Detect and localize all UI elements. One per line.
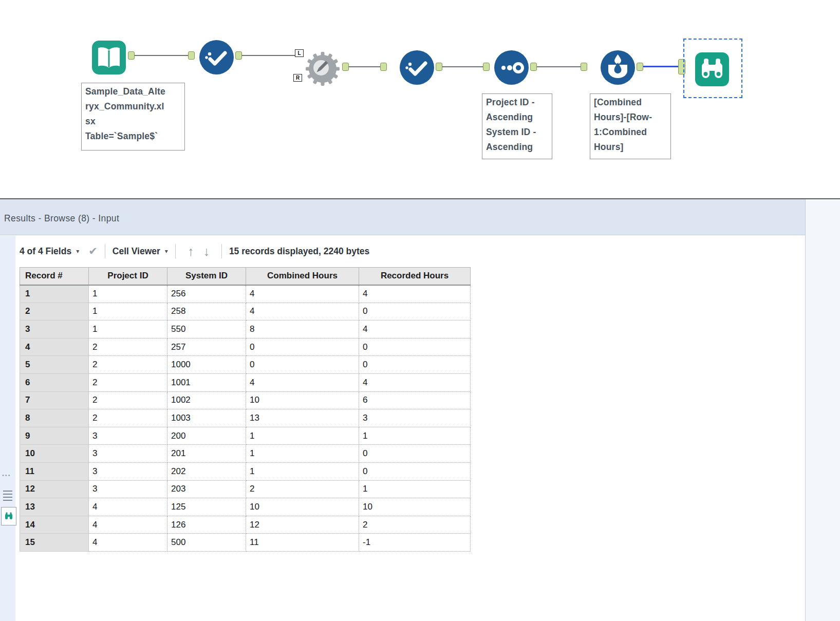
data-cell[interactable]: 126 (167, 516, 246, 534)
list-icon[interactable] (3, 490, 13, 503)
output-anchor[interactable] (235, 51, 242, 60)
data-cell[interactable]: 10 (246, 498, 359, 516)
cell-viewer-dropdown[interactable]: Cell Viewer (113, 246, 160, 257)
chevron-down-icon[interactable]: ▾ (76, 248, 79, 255)
tool-join[interactable] (304, 50, 341, 89)
record-number-cell[interactable]: 10 (20, 445, 89, 463)
column-header-project-id[interactable]: Project ID (89, 268, 167, 285)
data-cell[interactable]: 8 (246, 321, 359, 338)
data-cell[interactable]: 0 (246, 338, 359, 356)
connection-input-to-check1[interactable] (135, 55, 188, 56)
record-number-cell[interactable]: 2 (20, 303, 89, 321)
output-anchor[interactable] (342, 63, 349, 71)
tool-sort[interactable] (494, 50, 529, 87)
record-number-cell[interactable]: 7 (20, 391, 89, 409)
tool-check-1[interactable] (199, 40, 234, 77)
chevron-down-icon[interactable]: ▾ (165, 248, 168, 255)
output-anchor[interactable] (436, 63, 442, 71)
record-number-cell[interactable]: 1 (20, 285, 89, 303)
data-cell[interactable]: 0 (359, 303, 471, 321)
output-anchor[interactable] (637, 63, 643, 71)
data-cell[interactable]: 2 (359, 516, 471, 534)
record-number-cell[interactable]: 12 (20, 480, 89, 498)
arrow-up-icon[interactable]: ↑ (188, 244, 194, 259)
data-cell[interactable]: -1 (359, 534, 471, 552)
data-cell[interactable]: 13 (246, 409, 359, 427)
data-cell[interactable]: 1003 (167, 409, 246, 427)
arrow-down-icon[interactable]: ↓ (203, 244, 210, 259)
connection-sort-to-multirow[interactable] (537, 66, 581, 67)
data-cell[interactable]: 258 (167, 303, 246, 321)
data-cell[interactable]: 203 (167, 480, 246, 498)
data-cell[interactable]: 4 (89, 534, 167, 552)
data-cell[interactable]: 4 (89, 498, 167, 516)
data-cell[interactable]: 10 (359, 498, 471, 516)
connection-join-to-check2[interactable] (349, 66, 381, 67)
data-cell[interactable]: 4 (359, 373, 471, 391)
data-cell[interactable]: 4 (89, 516, 167, 534)
overflow-dots-icon[interactable]: ••• (2, 472, 11, 478)
record-number-cell[interactable]: 14 (20, 516, 89, 534)
input-anchor[interactable] (483, 63, 490, 71)
data-cell[interactable]: 0 (359, 462, 471, 480)
column-header-record[interactable]: Record # (20, 268, 89, 285)
data-cell[interactable]: 4 (246, 373, 359, 391)
data-cell[interactable]: 3 (89, 445, 167, 463)
input-anchor[interactable] (380, 63, 387, 71)
data-cell[interactable]: 0 (359, 356, 471, 374)
data-cell[interactable]: 4 (246, 285, 359, 303)
data-cell[interactable]: 4 (359, 285, 471, 303)
record-number-cell[interactable]: 13 (20, 498, 89, 516)
multirow-tool-annotation[interactable]: [Combined Hours]-[Row- 1:Combined Hours] (590, 93, 671, 159)
data-cell[interactable]: 0 (246, 356, 359, 374)
data-cell[interactable]: 3 (359, 409, 471, 427)
connection-check1-to-join[interactable] (242, 55, 295, 56)
tool-multi-row-formula[interactable] (601, 50, 635, 87)
column-header-combined-hours[interactable]: Combined Hours (246, 268, 359, 285)
data-cell[interactable]: 2 (89, 338, 167, 356)
data-cell[interactable]: 0 (359, 445, 471, 463)
data-cell[interactable]: 2 (89, 409, 167, 427)
tool-check-2[interactable] (400, 50, 434, 87)
data-cell[interactable]: 4 (359, 321, 471, 338)
output-anchor[interactable] (128, 51, 135, 60)
data-cell[interactable]: 256 (167, 285, 246, 303)
data-cell[interactable]: 257 (167, 338, 246, 356)
data-cell[interactable]: 2 (89, 391, 167, 409)
join-left-input-flag[interactable]: L (295, 49, 304, 57)
data-cell[interactable]: 1 (89, 303, 167, 321)
data-cell[interactable]: 1 (89, 285, 167, 303)
data-cell[interactable]: 2 (246, 480, 359, 498)
input-anchor[interactable] (188, 51, 195, 60)
data-cell[interactable]: 1 (246, 445, 359, 463)
data-cell[interactable]: 202 (167, 462, 246, 480)
column-header-system-id[interactable]: System ID (167, 268, 246, 285)
data-cell[interactable]: 125 (167, 498, 246, 516)
sort-tool-annotation[interactable]: Project ID - Ascending System ID - Ascen… (482, 93, 552, 159)
data-cell[interactable]: 200 (167, 427, 246, 445)
data-cell[interactable]: 10 (246, 391, 359, 409)
connection-multirow-to-browse[interactable] (643, 66, 679, 67)
record-number-cell[interactable]: 9 (20, 427, 89, 445)
input-anchor[interactable] (581, 63, 587, 71)
record-number-cell[interactable]: 15 (20, 534, 89, 552)
record-number-cell[interactable]: 6 (20, 373, 89, 391)
data-cell[interactable]: 12 (246, 516, 359, 534)
data-cell[interactable]: 1002 (167, 391, 246, 409)
data-cell[interactable]: 550 (167, 321, 246, 338)
output-anchor[interactable] (530, 63, 537, 71)
data-cell[interactable]: 500 (167, 534, 246, 552)
data-cell[interactable]: 1 (89, 321, 167, 338)
record-number-cell[interactable]: 3 (20, 321, 89, 338)
results-right-scroll-area[interactable] (805, 199, 840, 621)
data-cell[interactable]: 3 (89, 480, 167, 498)
column-header-recorded-hours[interactable]: Recorded Hours (359, 268, 471, 285)
record-number-cell[interactable]: 11 (20, 462, 89, 480)
data-cell[interactable]: 4 (246, 303, 359, 321)
record-number-cell[interactable]: 5 (20, 356, 89, 374)
data-cell[interactable]: 201 (167, 445, 246, 463)
record-number-cell[interactable]: 8 (20, 409, 89, 427)
data-cell[interactable]: 3 (89, 427, 167, 445)
input-tool-annotation[interactable]: Sample_Data_Alte ryx_Community.xl sx Tab… (81, 83, 185, 150)
tool-browse[interactable] (695, 52, 730, 89)
